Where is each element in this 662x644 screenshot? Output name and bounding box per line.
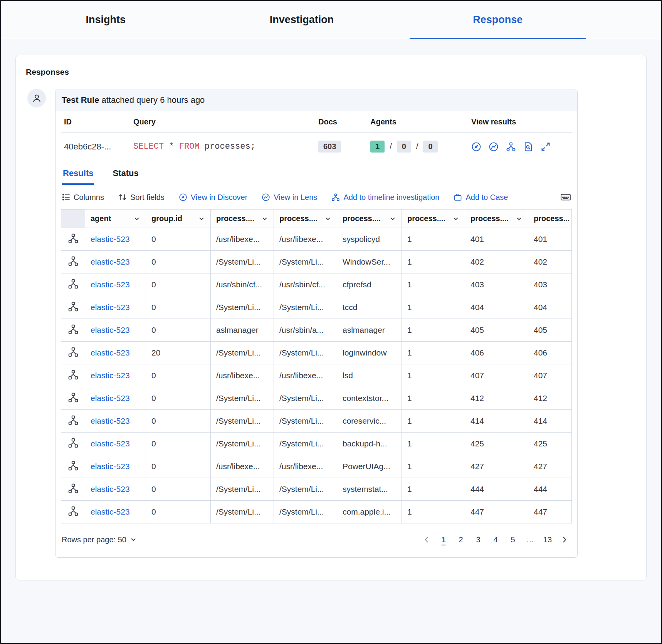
chevron-down-icon[interactable] <box>389 215 396 222</box>
table-row: elastic-523 0 /usr/sbin/cf... /usr/sbin/… <box>61 273 572 296</box>
tab-results[interactable]: Results <box>62 162 94 185</box>
page-button[interactable]: 4 <box>489 532 502 547</box>
analyze-event-icon[interactable] <box>68 483 79 494</box>
grid-cell: 0 <box>146 501 211 523</box>
grid-header-process[interactable]: process... <box>528 210 572 228</box>
analyze-event-icon[interactable] <box>68 233 79 244</box>
grid-control-cell <box>61 296 85 319</box>
chevron-down-icon[interactable] <box>516 215 523 222</box>
grid-cell-agent: elastic-523 <box>85 296 146 319</box>
columns-label: Columns <box>74 193 104 202</box>
keyboard-shortcuts-icon[interactable] <box>560 192 571 203</box>
grid-cell: 404 <box>465 296 528 319</box>
grid-header-group-id[interactable]: group.id <box>146 210 211 228</box>
tab-investigation[interactable]: Investigation <box>204 1 400 39</box>
agent-link[interactable]: elastic-523 <box>91 462 130 471</box>
agent-link[interactable]: elastic-523 <box>91 348 130 357</box>
grid-cell: 0 <box>146 364 211 387</box>
analyzer-icon[interactable] <box>506 142 516 152</box>
inspect-icon[interactable] <box>523 142 533 152</box>
tab-response[interactable]: Response <box>400 1 596 39</box>
agent-link[interactable]: elastic-523 <box>91 371 130 380</box>
grid-cell: 404 <box>528 296 572 319</box>
previous-page-icon[interactable] <box>420 532 433 547</box>
page-button[interactable]: 1 <box>437 532 450 547</box>
agent-link[interactable]: elastic-523 <box>91 416 130 425</box>
analyze-event-icon[interactable] <box>68 278 79 289</box>
rows-per-page-button[interactable]: Rows per page: 50 <box>62 535 137 544</box>
next-page-icon[interactable] <box>558 532 571 547</box>
table-row: elastic-523 0 aslmanager /usr/sbin/a... … <box>61 319 572 342</box>
analyze-event-icon[interactable] <box>68 347 79 357</box>
grid-header-agent[interactable]: agent <box>85 210 146 228</box>
tab-status[interactable]: Status <box>112 162 139 185</box>
grid-cell: backupd-h... <box>337 433 402 455</box>
label-agents: Agents <box>367 111 468 132</box>
grid-cell: aslmanager <box>211 319 274 342</box>
rows-per-page-label: Rows per page: 50 <box>62 535 126 544</box>
analyze-event-icon[interactable] <box>68 415 79 426</box>
grid-cell-agent: elastic-523 <box>85 251 146 273</box>
table-row: elastic-523 0 /usr/libexe... /usr/libexe… <box>61 364 572 387</box>
grid-cell: 0 <box>146 410 211 433</box>
grid-header-process[interactable]: process.... <box>465 210 528 228</box>
lens-icon <box>262 193 270 201</box>
agent-link[interactable]: elastic-523 <box>91 485 130 493</box>
chevron-down-icon[interactable] <box>261 215 268 222</box>
analyze-event-icon[interactable] <box>68 301 79 312</box>
sort-fields-icon <box>118 193 127 201</box>
grid-cell-agent: elastic-523 <box>85 228 146 251</box>
grid-cell-agent: elastic-523 <box>85 433 146 455</box>
add-to-case-button[interactable]: Add to Case <box>454 193 508 202</box>
grid-header-process[interactable]: process.... <box>337 210 402 228</box>
lens-icon[interactable] <box>489 142 499 152</box>
agent-link[interactable]: elastic-523 <box>91 507 130 516</box>
agent-link[interactable]: elastic-523 <box>91 325 130 334</box>
meta-values-row: 40eb6c28-... SELECT * FROM processes; 60… <box>61 133 572 160</box>
chevron-down-icon[interactable] <box>133 215 140 222</box>
page-button[interactable]: 5 <box>506 532 520 547</box>
agent-link[interactable]: elastic-523 <box>91 439 130 448</box>
grid-header-process[interactable]: process.... <box>402 210 465 228</box>
analyze-event-icon[interactable] <box>68 438 79 448</box>
chevron-down-icon[interactable] <box>198 215 205 222</box>
agent-link[interactable]: elastic-523 <box>91 394 130 402</box>
grid-cell: 0 <box>146 455 211 478</box>
grid-cell: /usr/libexe... <box>274 455 337 478</box>
chevron-down-icon[interactable] <box>452 215 459 222</box>
analyze-event-icon[interactable] <box>68 506 79 517</box>
grid-header-process[interactable]: process.... <box>211 210 274 228</box>
sort-fields-label: Sort fields <box>130 193 165 202</box>
pagination: 1 2 3 4 5 … 13 <box>420 532 571 547</box>
results-data-grid: agent group.id process.... process.... p… <box>61 209 572 523</box>
label-view-results: View results <box>468 111 572 132</box>
add-to-timeline-button[interactable]: Add to timeline investigation <box>331 193 439 202</box>
view-in-lens-button[interactable]: View in Lens <box>262 193 317 202</box>
page-button[interactable]: 2 <box>454 532 468 547</box>
agent-link[interactable]: elastic-523 <box>91 235 130 243</box>
analyze-event-icon[interactable] <box>68 460 79 471</box>
discover-icon[interactable] <box>471 142 481 152</box>
tab-insights[interactable]: Insights <box>8 1 204 39</box>
grid-control-cell <box>61 342 85 364</box>
grid-cell-agent: elastic-523 <box>85 364 146 387</box>
analyze-event-icon[interactable] <box>68 256 79 267</box>
page-button[interactable]: 13 <box>541 532 554 547</box>
grid-header-process[interactable]: process.... <box>274 210 337 228</box>
agent-link[interactable]: elastic-523 <box>91 257 130 266</box>
analyze-event-icon[interactable] <box>68 324 79 335</box>
view-in-discover-button[interactable]: View in Discover <box>179 193 247 202</box>
rule-subtitle: attached query 6 hours ago <box>99 95 205 105</box>
sort-fields-button[interactable]: Sort fields <box>118 193 165 202</box>
analyze-event-icon[interactable] <box>68 369 79 380</box>
agent-link[interactable]: elastic-523 <box>91 280 130 289</box>
grid-cell: /System/Li... <box>274 296 337 319</box>
label-id: ID <box>61 111 130 132</box>
chevron-down-icon[interactable] <box>324 215 331 222</box>
columns-button[interactable]: Columns <box>62 193 104 202</box>
rule-name: Test Rule <box>62 95 99 105</box>
agent-link[interactable]: elastic-523 <box>91 303 130 312</box>
analyze-event-icon[interactable] <box>68 392 79 403</box>
open-in-new-icon[interactable] <box>541 142 551 152</box>
page-button[interactable]: 3 <box>471 532 485 547</box>
